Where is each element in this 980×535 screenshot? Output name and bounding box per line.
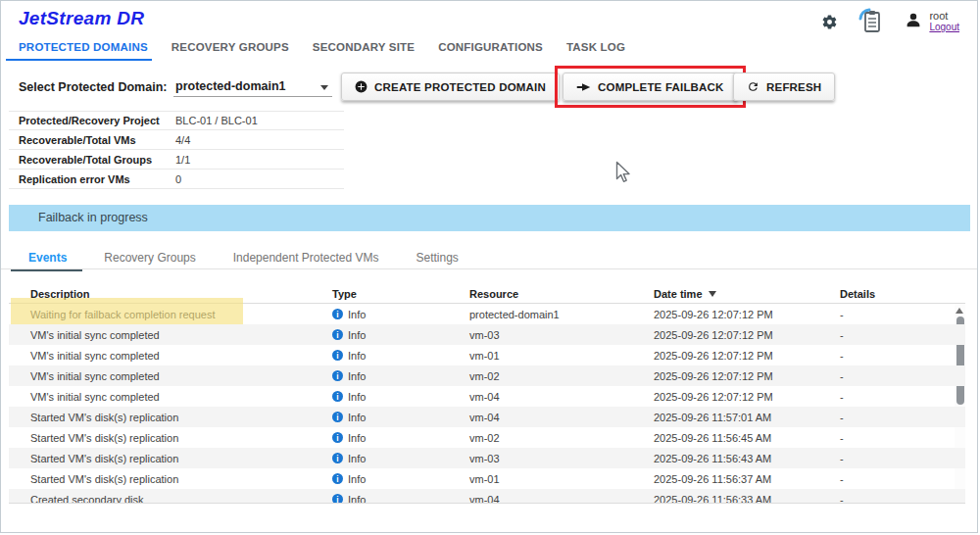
domain-summary-table: Protected/Recovery ProjectBLC-01 / BLC-0… bbox=[9, 111, 344, 189]
tab-settings[interactable]: Settings bbox=[416, 251, 459, 265]
info-icon: i bbox=[332, 329, 343, 340]
column-header-type[interactable]: Type bbox=[332, 288, 469, 300]
event-datetime: 2025-09-26 12:07:12 PM bbox=[654, 370, 840, 382]
summary-label: Recoverable/Total VMs bbox=[9, 134, 175, 146]
event-description: VM's initial sync completed bbox=[9, 350, 332, 362]
event-details: - bbox=[840, 473, 965, 485]
event-row: Started VM's disk(s) replicationiInfovm-… bbox=[9, 407, 965, 427]
event-type-label: Info bbox=[348, 309, 366, 320]
app-logo: JetStream DR bbox=[19, 8, 144, 29]
header-actions: root Logout bbox=[821, 7, 959, 40]
info-icon: i bbox=[332, 473, 343, 484]
event-type: iInfo bbox=[332, 309, 469, 320]
select-domain-label: Select Protected Domain: bbox=[19, 80, 167, 94]
event-type: iInfo bbox=[332, 329, 469, 341]
event-details: - bbox=[840, 453, 965, 464]
event-description: VM's initial sync completed bbox=[9, 329, 332, 341]
info-icon: i bbox=[332, 350, 343, 361]
nav-tab-task-log[interactable]: TASK LOG bbox=[566, 41, 625, 61]
summary-value: 1/1 bbox=[175, 154, 190, 166]
event-description: Waiting for failback completion request bbox=[9, 309, 332, 320]
summary-value: BLC-01 / BLC-01 bbox=[175, 115, 258, 126]
event-description: Started VM's disk(s) replication bbox=[9, 453, 332, 464]
user-menu: root Logout bbox=[905, 7, 959, 33]
event-datetime: 2025-09-26 11:56:33 AM bbox=[654, 494, 840, 505]
event-datetime: 2025-09-26 11:56:45 AM bbox=[654, 432, 840, 444]
status-banner: Failback in progress bbox=[9, 205, 970, 231]
nav-tab-recovery-groups[interactable]: RECOVERY GROUPS bbox=[172, 41, 289, 61]
event-type-label: Info bbox=[348, 391, 366, 403]
event-type-label: Info bbox=[348, 453, 366, 464]
event-details: - bbox=[840, 432, 965, 444]
info-icon: i bbox=[332, 309, 343, 319]
event-details: - bbox=[840, 494, 965, 505]
event-type: iInfo bbox=[332, 432, 469, 444]
event-details: - bbox=[840, 350, 965, 362]
user-avatar-icon bbox=[905, 11, 922, 33]
nav-tab-protected-domains[interactable]: PROTECTED DOMAINS bbox=[19, 41, 148, 61]
annotation-red-box: COMPLETE FAILBACK bbox=[555, 66, 746, 108]
event-details: - bbox=[840, 329, 965, 341]
summary-row-recoverable-total-groups: Recoverable/Total Groups1/1 bbox=[9, 150, 344, 170]
event-resource: vm-03 bbox=[469, 329, 654, 341]
nav-tab-secondary-site[interactable]: SECONDARY SITE bbox=[313, 41, 415, 61]
settings-gear-icon[interactable] bbox=[821, 14, 838, 34]
event-description: Started VM's disk(s) replication bbox=[9, 473, 332, 485]
refresh-button[interactable]: REFRESH bbox=[733, 73, 835, 101]
sort-desc-icon bbox=[709, 291, 716, 297]
send-arrow-icon bbox=[576, 81, 591, 93]
tab-recovery-groups[interactable]: Recovery Groups bbox=[104, 251, 195, 265]
events-table-header: Description Type Resource Date time Deta… bbox=[9, 285, 965, 304]
event-row: Created secondary diskiInfovm-042025-09-… bbox=[9, 489, 965, 504]
user-name: root bbox=[929, 10, 959, 22]
event-type: iInfo bbox=[332, 453, 469, 464]
primary-nav: PROTECTED DOMAINSRECOVERY GROUPSSECONDAR… bbox=[19, 41, 625, 61]
jetstream-dr-window: JetStream DR root Logout PROTECT bbox=[0, 0, 978, 533]
summary-label: Recoverable/Total Groups bbox=[9, 154, 175, 166]
event-row: Waiting for failback completion requesti… bbox=[9, 304, 965, 324]
event-row: Started VM's disk(s) replicationiInfovm-… bbox=[9, 427, 965, 448]
event-resource: vm-04 bbox=[469, 494, 654, 505]
event-datetime: 2025-09-26 12:07:12 PM bbox=[654, 391, 840, 403]
column-header-datetime[interactable]: Date time bbox=[654, 288, 840, 300]
logout-link[interactable]: Logout bbox=[929, 22, 959, 33]
tab-independent-protected-vms[interactable]: Independent Protected VMs bbox=[233, 251, 379, 265]
event-datetime: 2025-09-26 11:57:01 AM bbox=[654, 412, 840, 423]
event-description: VM's initial sync completed bbox=[9, 370, 332, 382]
tabs-divider bbox=[1, 268, 978, 269]
event-resource: vm-02 bbox=[469, 432, 654, 444]
summary-value: 4/4 bbox=[175, 134, 190, 146]
event-type-label: Info bbox=[348, 329, 366, 341]
event-description: Started VM's disk(s) replication bbox=[9, 412, 332, 423]
protected-domain-select[interactable]: protected-domain1 bbox=[173, 74, 332, 97]
column-header-description[interactable]: Description bbox=[9, 288, 332, 300]
summary-label: Protected/Recovery Project bbox=[9, 115, 175, 126]
event-details: - bbox=[840, 370, 965, 382]
events-rows: Waiting for failback completion requesti… bbox=[9, 304, 965, 504]
event-resource: protected-domain1 bbox=[469, 309, 654, 320]
event-description: Started VM's disk(s) replication bbox=[9, 432, 332, 444]
complete-failback-button[interactable]: COMPLETE FAILBACK bbox=[563, 73, 738, 101]
event-type: iInfo bbox=[332, 370, 469, 382]
event-type: iInfo bbox=[332, 473, 469, 485]
event-resource: vm-02 bbox=[469, 370, 654, 382]
event-row: VM's initial sync completediInfovm-03202… bbox=[9, 324, 965, 345]
info-icon: i bbox=[332, 453, 343, 463]
event-datetime: 2025-09-26 11:56:43 AM bbox=[654, 453, 840, 464]
event-details: - bbox=[840, 412, 965, 423]
task-log-clipboard-icon[interactable] bbox=[858, 7, 885, 40]
nav-tab-configurations[interactable]: CONFIGURATIONS bbox=[438, 41, 543, 61]
event-row: VM's initial sync completediInfovm-04202… bbox=[9, 386, 965, 407]
tab-events[interactable]: Events bbox=[28, 251, 67, 265]
event-datetime: 2025-09-26 12:07:12 PM bbox=[654, 350, 840, 362]
column-header-details[interactable]: Details bbox=[840, 288, 965, 300]
column-header-resource[interactable]: Resource bbox=[469, 288, 654, 300]
summary-row-protected-recovery-project: Protected/Recovery ProjectBLC-01 / BLC-0… bbox=[9, 111, 344, 130]
summary-row-recoverable-total-vms: Recoverable/Total VMs4/4 bbox=[9, 130, 344, 150]
event-type: iInfo bbox=[332, 494, 469, 505]
summary-row-replication-error-vms: Replication error VMs0 bbox=[9, 170, 344, 189]
event-resource: vm-01 bbox=[469, 473, 654, 485]
event-row: VM's initial sync completediInfovm-01202… bbox=[9, 345, 965, 365]
create-protected-domain-button[interactable]: CREATE PROTECTED DOMAIN bbox=[341, 73, 560, 101]
content-tabs: EventsRecovery GroupsIndependent Protect… bbox=[28, 251, 459, 265]
